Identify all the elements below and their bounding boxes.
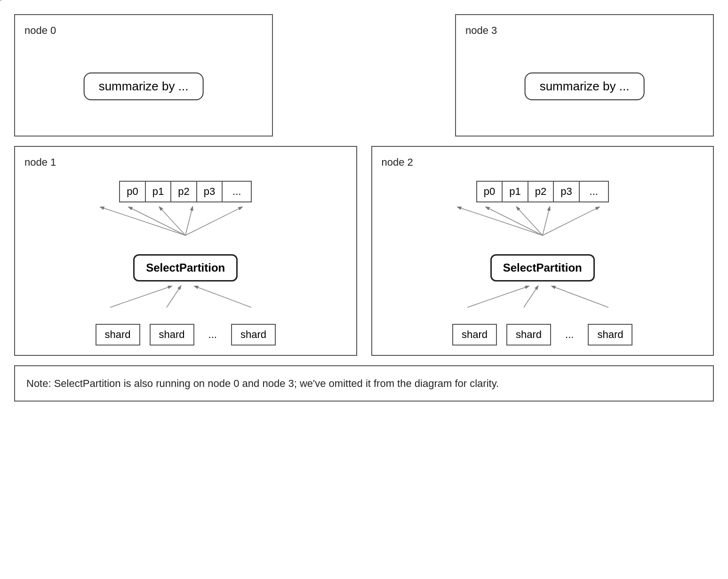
svg-line-5 [129,207,185,235]
node-2-shards: shard shard ... shard [452,324,632,346]
svg-line-16 [543,207,599,235]
node-1-box: node 1 p0 p1 p2 p3 ... [14,146,357,356]
node-2-p1: p1 [503,182,528,201]
node-2-partitions: p0 p1 p2 p3 ... [476,181,609,202]
node-1-partition-row: p0 p1 p2 p3 ... [119,181,252,202]
node-1-shards: shard shard ... shard [96,324,276,346]
node-0-label: node 0 [24,24,263,37]
node-1-select-partition: SelectPartition [133,254,238,281]
bottom-row: node 1 p0 p1 p2 p3 ... [14,146,714,356]
svg-line-8 [185,207,242,235]
svg-line-17 [467,286,528,307]
node-2-select-partition: SelectPartition [490,254,595,281]
svg-line-10 [167,286,181,307]
svg-line-9 [110,286,171,307]
node-0-box: node 0 summarize by ... [14,14,273,137]
node-3-box: node 3 summarize by ... [455,14,714,137]
node-1-shard-0: shard [96,324,140,346]
node-1-inner: p0 p1 p2 p3 ... [24,176,347,346]
node-1-partition-ellipsis: ... [223,182,251,201]
node-0-summarize-label: summarize by ... [99,79,189,93]
svg-line-18 [524,286,538,307]
top-spacer [287,14,441,137]
node-1-shard-ellipsis: ... [204,329,222,341]
node-1-p3: p3 [197,182,223,201]
svg-line-15 [543,207,550,235]
node-3-summarize-label: summarize by ... [540,79,630,93]
node-2-shard-ellipsis: ... [560,329,578,341]
node-1-p1: p1 [146,182,171,201]
node-2-p2: p2 [528,182,554,201]
main-container: node 0 summarize by ... node 3 summarize… [0,0,728,579]
note-text: Note: SelectPartition is also running on… [26,378,499,389]
node-1-shard-2: shard [231,324,276,346]
node-1-shard-arrows [72,281,298,310]
node-1-label: node 1 [24,156,347,169]
node-1-arrows [72,202,298,240]
node-2-shard-arrows [430,281,656,310]
node-2-select-partition-label: SelectPartition [490,254,595,281]
svg-line-7 [185,207,192,235]
node-1-select-partition-label: SelectPartition [133,254,238,281]
node-2-shard-0: shard [452,324,497,346]
svg-line-13 [486,207,543,235]
node-3-summarize-box: summarize by ... [525,72,645,100]
node-2-p0: p0 [477,182,503,201]
node-2-p3: p3 [554,182,579,201]
node-1-shard-1: shard [150,324,194,346]
node-2-label: node 2 [382,156,704,169]
svg-line-11 [195,286,251,307]
note-box: Note: SelectPartition is also running on… [14,365,714,402]
node-1-p0: p0 [120,182,145,201]
node-2-arrows [430,202,656,240]
node-1-p2: p2 [171,182,197,201]
node-3-label: node 3 [465,24,704,37]
node-2-partition-ellipsis: ... [580,182,608,201]
node-0-summarize-box: summarize by ... [84,72,204,100]
diagram-area: node 0 summarize by ... node 3 summarize… [14,14,714,356]
node-2-box: node 2 p0 p1 p2 p3 ... [371,146,714,356]
node-2-shard-1: shard [506,324,551,346]
node-2-partition-row: p0 p1 p2 p3 ... [476,181,609,202]
svg-line-19 [552,286,608,307]
node-2-inner: p0 p1 p2 p3 ... [382,176,704,346]
node-1-partitions: p0 p1 p2 p3 ... [119,181,252,202]
node-2-shard-2: shard [588,324,632,346]
top-row: node 0 summarize by ... node 3 summarize… [14,14,714,137]
